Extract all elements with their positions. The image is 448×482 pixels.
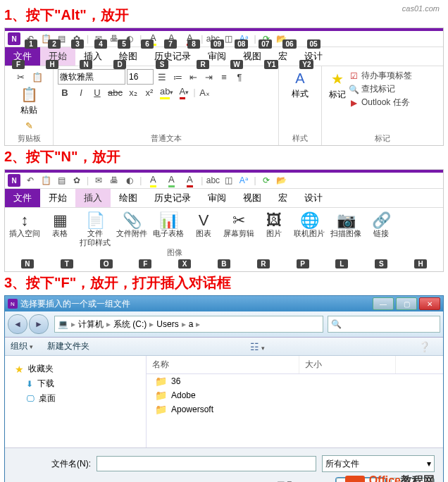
dialog-titlebar: N 选择要插入的一个或一组文件 — ▢ ✕ [5,296,443,311]
tab-macro[interactable]: 宏 [270,189,296,207]
bold-button[interactable]: B [58,86,72,99]
qat-icon[interactable]: ✿ [71,175,82,186]
list-item[interactable]: 📁Adobe [147,388,443,402]
qat-icon[interactable]: 🖶 [108,175,120,186]
superscript-button[interactable]: x² [142,86,156,99]
insert-t-button[interactable]: ▦表格 [43,212,77,247]
new-folder-button[interactable]: 新建文件夹 [47,340,89,352]
qat-icon[interactable]: ✉ [93,175,104,186]
filename-input[interactable] [97,456,316,471]
italic-button[interactable]: I [74,86,88,99]
paste-label: 粘贴 [20,104,37,116]
outlook-task-button[interactable]: ▶Outlook 任务 [349,96,412,109]
tab-view[interactable]: 视图 [235,189,270,207]
styles-button[interactable]: A 样式 [283,69,317,101]
insert-b-button[interactable]: V图表 [187,212,220,247]
qat-highlight-icon[interactable]: A [146,174,160,187]
clipboard-group-label: 剪贴板 [9,132,49,144]
copy-icon[interactable]: 📋 [30,70,44,83]
find-mark-button[interactable]: 🔍查找标记 [349,82,412,96]
tab-review[interactable]: 审阅 [199,189,235,207]
qat-icon[interactable]: ↶ [25,175,36,186]
subscript-button[interactable]: x₂ [126,86,140,99]
ribbon-item-icon: 📊 [159,212,178,229]
ribbon-item-icon: 🌐 [300,212,319,229]
maximize-button[interactable]: ▢ [396,297,417,310]
qat-icon[interactable]: 📂 [276,175,287,186]
folder-icon: 📁 [155,390,167,401]
downloads-item[interactable]: ⬇下载 [5,376,146,391]
tab-draw[interactable]: 绘图 [111,189,146,207]
font-color-button[interactable]: A [177,86,191,99]
strike-button[interactable]: abc [106,86,124,99]
paste-icon: 📋 [20,86,38,103]
insert-h-button[interactable]: 🔗链接 [364,212,398,247]
search-input[interactable]: 🔍 [328,316,440,333]
folder-icon: 📁 [155,376,167,387]
ribbon-tabs: 文件 开始 插入 绘图 历史记录 审阅 视图 宏 设计 F H N D S R … [5,47,443,66]
qat-icon[interactable]: ▤ [56,175,67,186]
tab-home[interactable]: 开始 [40,189,75,207]
tab-file[interactable]: 文件 [5,189,40,207]
organize-button[interactable]: 组织 [11,340,33,352]
favorites-group[interactable]: ★收藏夹 [5,362,146,376]
address-bar[interactable]: 💻 ▸计算机 ▸系统 (C:) ▸Users ▸a ▸ [54,316,323,333]
qat-icon[interactable]: ◫ [223,175,234,186]
cut-icon[interactable]: ✂ [13,70,27,83]
key-hint: L [335,259,348,268]
highlight-button[interactable]: ab [158,86,175,99]
qat-sync-icon[interactable]: ⟳ [261,175,272,186]
mark-button[interactable]: ★ 标记 [326,69,349,109]
insert-n-button[interactable]: ↕插入空间 [6,212,43,247]
font-size-select[interactable] [127,69,154,85]
back-button[interactable]: ◄ [8,314,27,334]
desktop-icon: 🖵 [26,394,35,404]
tab-design[interactable]: 设计 [296,189,331,207]
font-group-label: 普通文本 [58,132,274,144]
view-button[interactable]: ☷ [250,341,265,352]
tab-history[interactable]: 历史记录 [146,189,199,207]
todo-tag-button[interactable]: ☑待办事项标签 [349,69,412,82]
quick-access-toolbar: N ↶ 📋 ▤ ✿ | ✉ 🖶 ◐ | A A A | abc ◫ Aᵃ | ⟳… [5,31,443,47]
qat-icon[interactable]: abc [207,175,218,186]
filter-select[interactable]: 所有文件▾ [322,455,435,472]
key-hint: 07 [259,39,272,49]
tab-insert[interactable]: 插入 [75,189,111,207]
col-size[interactable]: 大小 [299,356,396,373]
qat-icon[interactable]: 📋 [40,175,51,186]
qat-fill-icon[interactable]: A [164,174,178,187]
paragraph-icon[interactable]: ¶ [232,70,247,83]
bullets-icon[interactable]: ☰ [155,70,169,83]
onenote-icon: N [8,299,18,309]
qat-fontcolor-icon[interactable]: A [182,174,197,187]
format-painter-icon[interactable]: ✎ [22,119,36,132]
align-icon[interactable]: ≡ [217,70,231,83]
list-item[interactable]: 📁Apowersoft [147,402,443,416]
forward-button[interactable]: ► [29,314,49,334]
outdent-icon[interactable]: ⇥ [201,70,216,83]
close-button[interactable]: ✕ [419,297,440,310]
insert-o-button[interactable]: 📄文件打印样式 [77,212,113,247]
styles-icon: A [295,70,304,87]
paste-button[interactable]: 📋 粘贴 [18,85,41,118]
desktop-item[interactable]: 🖵桌面 [5,391,146,406]
list-item[interactable]: 📁36 [147,374,443,388]
insert-r-button[interactable]: ✂屏幕剪辑 [220,212,257,247]
clear-format-button[interactable]: Aₓ [198,86,212,99]
insert-p-button[interactable]: 🖼图片 [257,212,291,247]
qat-icon[interactable]: Aᵃ [238,175,249,186]
insert-l-button[interactable]: 🌐联机图片 [291,212,328,247]
indent-icon[interactable]: ⇤ [186,70,200,83]
insert-s-button[interactable]: 📷扫描图像 [328,212,364,247]
qat-icon[interactable]: ◐ [124,175,135,186]
col-name[interactable]: 名称 [147,356,299,373]
minimize-button[interactable]: — [373,297,394,310]
underline-button[interactable]: U [90,86,104,99]
help-button[interactable]: ❔ [418,341,430,352]
numbering-icon[interactable]: ≔ [170,70,185,83]
key-hint: 08 [235,39,248,49]
insert-f-button[interactable]: 📎文件附件 [113,212,150,247]
insert-x-button[interactable]: 📊电子表格 [150,212,187,247]
font-family-select[interactable] [58,69,125,85]
office-watermark: O Office教程网 www.office26.com [345,474,435,482]
